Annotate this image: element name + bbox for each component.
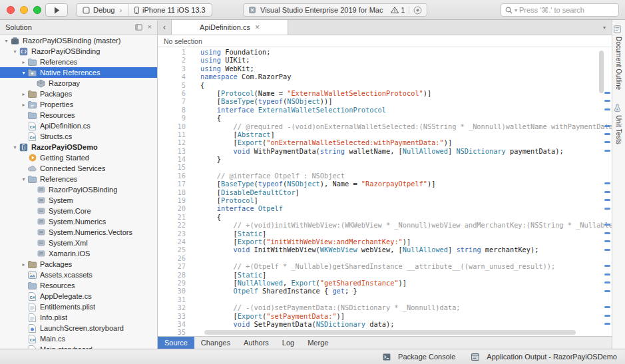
tab-apidefinition-cs[interactable]: ApiDefinition.cs × <box>171 20 288 35</box>
global-search-input[interactable]: ▾ Press '⌘.' to search <box>501 3 619 17</box>
minimize-window-button[interactable] <box>20 6 28 14</box>
dock-tab-label: Document Outline <box>615 37 622 90</box>
tree-item-getting-started[interactable]: Getting Started <box>0 152 157 163</box>
tree-item-apidefinition-cs[interactable]: C#ApiDefinition.cs <box>0 120 157 131</box>
run-button[interactable] <box>45 3 68 17</box>
editor-subtab-source[interactable]: Source <box>158 337 194 349</box>
tree-item-razorpayiosbinding[interactable]: ▾RazorPayiOSBinding <box>0 46 157 57</box>
tree-item-label: Connected Services <box>40 164 105 172</box>
tree-item-label: Resources <box>40 111 75 119</box>
editor-subtab-changes[interactable]: Changes <box>194 337 237 349</box>
tree-item-resources[interactable]: Resources <box>0 110 157 120</box>
code-lines: 1using Foundation;2using UIKit;3using We… <box>158 47 612 336</box>
tree-item-native-references[interactable]: ▾Native References <box>0 67 157 78</box>
dock-tab-unit-tests[interactable]: Unit Tests <box>612 103 625 144</box>
tree-item-main-cs[interactable]: C#Main.cs <box>0 333 157 344</box>
horizontal-scrollbar[interactable] <box>204 330 576 335</box>
device-label: iPhone 11 iOS 13.3 <box>142 6 206 14</box>
statusbar-item-application-output-razorpayiosdemo[interactable]: Application Output - RazorPayiOSDemo <box>470 352 617 361</box>
tree-item-system-numerics-vectors[interactable]: System.Numerics.Vectors <box>0 227 157 238</box>
dock-tab-document-outline[interactable]: Document Outline <box>612 25 625 90</box>
tree-item-packages[interactable]: ▸Packages <box>0 89 157 99</box>
line-number: 27 <box>158 262 195 270</box>
cs-file-icon: C# <box>27 132 37 141</box>
close-window-button[interactable] <box>7 6 15 14</box>
tree-item-launchscreen-storyboard[interactable]: LaunchScreen.storyboard <box>0 323 157 333</box>
editor-column: ‹ ApiDefinition.cs × ▾ No selection 1usi… <box>158 20 612 349</box>
code-line: 21 { <box>158 213 612 221</box>
close-pad-icon[interactable]: × <box>148 23 152 31</box>
breakpoints-toggle-icon[interactable] <box>413 6 422 15</box>
chevron-down-icon[interactable]: ▾ <box>11 49 19 55</box>
overview-mark <box>604 150 610 152</box>
overview-mark <box>604 100 610 102</box>
chevron-right-icon[interactable]: ▸ <box>20 262 27 268</box>
tree-item-label: Info.plist <box>40 313 67 321</box>
tree-item-system-numerics[interactable]: System.Numerics <box>0 216 157 227</box>
device-selector[interactable]: iPhone 11 iOS 13.3 <box>128 4 212 16</box>
tree-item-assets-xcassets[interactable]: Assets.xcassets <box>0 270 157 280</box>
code-line: 27 // +(Otpelf * _Nullable)getSharedInst… <box>158 262 612 270</box>
tree-item-razorpayiosdemo[interactable]: ▾RazorPayiOSDemo <box>0 142 157 152</box>
overview-mark <box>604 191 610 193</box>
pad-title: Solution <box>5 23 32 31</box>
tree-item-razorpay[interactable]: Razorpay <box>0 78 157 89</box>
document-outline-icon <box>612 25 622 34</box>
tree-item-references[interactable]: ▾References <box>0 174 157 184</box>
chevron-right-icon[interactable]: ▸ <box>20 91 27 97</box>
close-icon[interactable]: × <box>255 23 260 31</box>
properties-folder-icon <box>27 100 37 109</box>
error-indicator[interactable]: 1 <box>391 7 405 14</box>
breadcrumb-text: No selection <box>164 37 202 45</box>
tree-item-label: ApiDefinition.cs <box>40 122 91 130</box>
editor-subtab-authors[interactable]: Authors <box>237 337 276 349</box>
chevron-down-icon[interactable]: ▾ <box>20 176 27 182</box>
tree-item-main-storyboard[interactable]: Main.storyboard <box>0 344 157 349</box>
tree-item-structs-cs[interactable]: C#Structs.cs <box>0 131 157 142</box>
native-library-icon <box>36 79 46 88</box>
editor-subtab-merge[interactable]: Merge <box>301 337 335 349</box>
tree-item-system[interactable]: System <box>0 195 157 206</box>
chevron-down-icon[interactable]: ▾ <box>20 70 27 76</box>
tree-item-label: AppDelegate.cs <box>40 292 92 300</box>
tree-item-references[interactable]: ▸References <box>0 57 157 67</box>
tree-item-entitlements-plist[interactable]: Entitlements.plist <box>0 301 157 312</box>
code-line: 28 [Static] <box>158 271 612 279</box>
tree-item-packages[interactable]: ▸Packages <box>0 259 157 270</box>
line-number: 7 <box>158 97 195 105</box>
tree-item-properties[interactable]: ▸Properties <box>0 99 157 110</box>
tree-item-razorpayiosbinding-master[interactable]: ▾RazorPayiOSBinding (master) <box>0 35 157 46</box>
overview-mark <box>604 108 610 110</box>
main-area: Solution × ▾RazorPayiOSBinding (master)▾… <box>0 20 625 349</box>
tree-item-label: Xamarin.iOS <box>49 250 90 258</box>
editor-subtab-log[interactable]: Log <box>276 337 301 349</box>
tree-item-system-xml[interactable]: System.Xml <box>0 238 157 248</box>
tree-item-system-core[interactable]: System.Core <box>0 206 157 216</box>
zoom-window-button[interactable] <box>33 6 41 14</box>
binding-project-icon <box>19 47 29 56</box>
solution-pad: Solution × ▾RazorPayiOSBinding (master)▾… <box>0 20 158 349</box>
tree-item-resources[interactable]: Resources <box>0 280 157 291</box>
line-number: 14 <box>158 155 195 163</box>
dock-icon[interactable] <box>135 24 142 31</box>
chevron-right-icon[interactable]: ▸ <box>20 59 27 65</box>
vertical-scrollbar[interactable] <box>599 51 604 93</box>
tab-overflow-chevron-icon[interactable]: ▾ <box>597 20 612 35</box>
chevron-right-icon[interactable]: ▸ <box>20 102 27 108</box>
statusbar-item-package-console[interactable]: Package Console <box>381 352 455 361</box>
chevron-down-icon[interactable]: ▾ <box>11 144 19 150</box>
code-editor[interactable]: 1using Foundation;2using UIKit;3using We… <box>158 47 612 336</box>
line-number: 28 <box>158 271 195 279</box>
chevron-down-icon[interactable]: ▾ <box>3 38 10 44</box>
tree-item-razorpayiosbinding[interactable]: RazorPayiOSBinding <box>0 184 157 195</box>
tree-item-info-plist[interactable]: Info.plist <box>0 312 157 323</box>
configuration-selector[interactable]: Debug › <box>77 4 128 16</box>
tree-item-appdelegate-cs[interactable]: C#AppDelegate.cs <box>0 291 157 301</box>
code-line: 34 void SetPaymentData(NSDictionary data… <box>158 320 612 328</box>
packages-folder-icon <box>27 260 37 269</box>
navigate-back-icon[interactable]: ‹ <box>158 20 171 35</box>
tree-item-connected-services[interactable]: Connected Services <box>0 163 157 174</box>
tree-item-xamarin-ios[interactable]: Xamarin.iOS <box>0 248 157 259</box>
line-number: 33 <box>158 312 195 320</box>
resources-folder-icon <box>27 281 37 290</box>
